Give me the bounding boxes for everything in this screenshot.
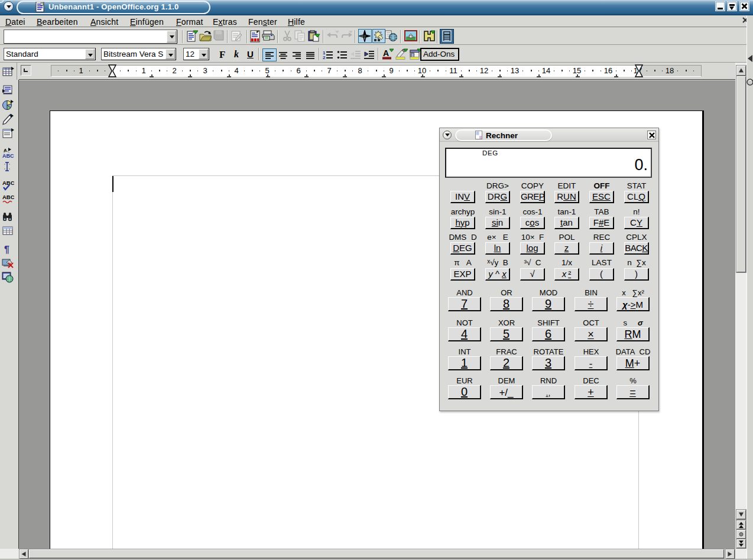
svg-text:¶: ¶ bbox=[4, 245, 9, 255]
svg-text:ABC: ABC bbox=[2, 194, 14, 200]
svg-text:2: 2 bbox=[323, 55, 326, 60]
svg-text:ABC: ABC bbox=[2, 153, 14, 159]
svg-text:ABC: ABC bbox=[2, 180, 14, 186]
svg-text:A: A bbox=[383, 48, 389, 58]
